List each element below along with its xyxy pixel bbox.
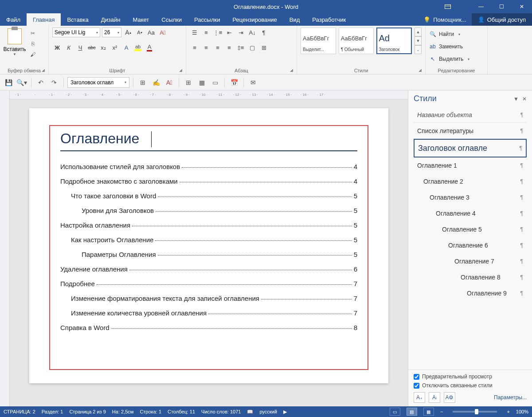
qat-button-9[interactable]: 📅 xyxy=(228,77,240,88)
redo-button[interactable]: ↷ xyxy=(48,77,60,88)
bold-button[interactable]: Ж xyxy=(52,43,62,52)
tab-ссылки[interactable]: Ссылки xyxy=(155,13,188,26)
highlight-button[interactable]: ab xyxy=(133,43,143,52)
tab-вид[interactable]: Вид xyxy=(283,13,306,26)
toc-entry[interactable]: Что такое заголовки в Word 5 xyxy=(60,192,357,200)
qat-button-2[interactable]: 🔍▾ xyxy=(16,77,27,88)
borders-button[interactable]: ⊞ xyxy=(259,43,269,52)
status-section[interactable]: Раздел: 1 xyxy=(42,409,63,414)
clear-formatting-button[interactable]: A⃠ xyxy=(158,28,168,37)
qat-button-5[interactable]: A⃠ xyxy=(164,77,175,88)
style-list-item[interactable]: Список литературы¶ xyxy=(414,123,527,139)
style-list-item[interactable]: Оглавление 6¶ xyxy=(414,237,527,253)
preview-checkbox[interactable]: Предварительный просмотр xyxy=(414,374,527,380)
status-proofing-icon[interactable]: 📖 xyxy=(247,409,253,415)
maximize-button[interactable]: ☐ xyxy=(491,0,512,13)
toc-entry[interactable]: Изменение форматирования текста для запи… xyxy=(60,295,357,302)
toc-entry[interactable]: Уровни для Заголовков 5 xyxy=(60,207,357,214)
status-pages[interactable]: Страница 2 из 9 xyxy=(69,409,106,414)
style-list-item[interactable]: Заголовок оглавле¶ xyxy=(414,139,527,157)
font-size-dropdown[interactable]: 26▾ xyxy=(102,28,121,37)
qat-button-4[interactable]: ✍ xyxy=(150,77,162,88)
shrink-font-button[interactable]: A▾ xyxy=(135,28,145,37)
change-case-button[interactable]: Aa xyxy=(146,28,156,37)
style-list-item[interactable]: Оглавление 3¶ xyxy=(414,189,527,205)
toc-entry[interactable]: Справка в Word 8 xyxy=(60,324,357,331)
status-lang[interactable]: русский xyxy=(259,409,277,414)
new-style-button[interactable]: A₊ xyxy=(414,392,425,403)
minimize-button[interactable]: — xyxy=(471,0,491,13)
toc-entry[interactable]: Подробнее 7 xyxy=(60,280,357,287)
style-dropdown[interactable]: Заголовок оглавл▾ xyxy=(67,77,129,88)
show-marks-button[interactable]: ¶ xyxy=(259,28,269,37)
style-list-item[interactable]: Название объекта¶ xyxy=(414,107,527,123)
style-list-item[interactable]: Оглавление 5¶ xyxy=(414,221,527,237)
print-layout-button[interactable]: ▤ xyxy=(407,408,417,416)
subscript-button[interactable]: x₂ xyxy=(98,43,108,52)
paste-button[interactable]: Вставить ▼ xyxy=(4,28,26,56)
close-button[interactable]: ✕ xyxy=(512,0,532,13)
format-painter-button[interactable]: 🖌 xyxy=(28,51,37,59)
qat-button-7[interactable]: ▦ xyxy=(196,77,207,88)
styles-down-icon[interactable]: ▼ xyxy=(415,36,422,45)
style-list-item[interactable]: Оглавление 4¶ xyxy=(414,205,527,221)
style-list-item[interactable]: Оглавление 1¶ xyxy=(414,157,527,173)
font-launcher-icon[interactable]: ◢ xyxy=(179,68,182,72)
style-list-item[interactable]: Оглавление 7¶ xyxy=(414,253,527,269)
italic-button[interactable]: К xyxy=(64,43,74,52)
line-spacing-button[interactable]: ‡≡ xyxy=(236,43,246,52)
toc-heading[interactable]: Оглавление xyxy=(60,130,357,151)
save-button[interactable]: 💾 xyxy=(3,77,14,88)
align-center-button[interactable]: ≡ xyxy=(201,43,211,52)
style-list-item[interactable]: Оглавление 2¶ xyxy=(414,173,527,189)
style-gallery-item[interactable]: АаБбВвГг¶ Обычный xyxy=(339,28,374,54)
paragraph-launcher-icon[interactable]: ◢ xyxy=(290,68,293,72)
select-button[interactable]: ↖Выделить▾ xyxy=(429,54,469,64)
vertical-ruler[interactable] xyxy=(0,90,10,406)
qat-button-8[interactable]: ▭ xyxy=(209,77,221,88)
styles-up-icon[interactable]: ▲ xyxy=(415,28,422,36)
tab-разработчик[interactable]: Разработчик xyxy=(306,13,352,26)
styles-list[interactable]: Название объекта¶Список литературы¶Загол… xyxy=(408,107,532,370)
copy-button[interactable]: ⎘ xyxy=(28,40,37,48)
tab-рассылки[interactable]: Рассылки xyxy=(188,13,226,26)
zoom-out-button[interactable]: − xyxy=(440,409,443,414)
underline-button[interactable]: Ч xyxy=(75,43,85,52)
qat-button-3[interactable]: ⊞ xyxy=(137,77,149,88)
page-scroll[interactable]: Оглавление Использование стилей для заго… xyxy=(10,99,408,406)
undo-button[interactable]: ↶ xyxy=(35,77,47,88)
replace-button[interactable]: abЗаменить xyxy=(429,42,463,51)
tab-вставка[interactable]: Вставка xyxy=(61,13,94,26)
increase-indent-button[interactable]: ⇥ xyxy=(236,28,246,37)
justify-button[interactable]: ≡ xyxy=(224,43,234,52)
zoom-slider[interactable] xyxy=(453,411,497,413)
numbering-button[interactable]: ≡ xyxy=(201,28,211,37)
styles-pane-dropdown-icon[interactable]: ▼ xyxy=(513,96,519,102)
status-col[interactable]: Столбец: 11 xyxy=(168,409,195,414)
toc-entry[interactable]: Настройка оглавления 5 xyxy=(60,221,357,229)
align-left-button[interactable]: ≡ xyxy=(190,43,200,52)
bullets-button[interactable]: ☰ xyxy=(190,28,200,37)
style-gallery-item[interactable]: АаБбВвГгВыделит... xyxy=(301,28,336,54)
style-inspector-button[interactable]: Aᵢ xyxy=(429,392,440,403)
toc-entry[interactable]: Удаление оглавления 6 xyxy=(60,265,357,273)
styles-more-icon[interactable]: ⌄ xyxy=(415,45,422,54)
multilevel-button[interactable]: ⋮≡ xyxy=(213,28,223,37)
horizontal-ruler[interactable]: · 1 ··· 1 ·· 2 ·· 3 ·· 4 ·· 5 ·· 6 ·· 7 … xyxy=(10,90,408,99)
disable-linked-checkbox[interactable]: Отключить связанные стили xyxy=(414,382,527,389)
tab-главная[interactable]: Главная xyxy=(27,13,61,26)
decrease-indent-button[interactable]: ⇤ xyxy=(224,28,234,37)
zoom-value[interactable]: 100% xyxy=(516,409,528,414)
tab-файл[interactable]: Файл xyxy=(0,13,27,26)
style-list-item[interactable]: Оглавление 8¶ xyxy=(414,269,527,285)
font-color-button[interactable]: A xyxy=(145,43,154,52)
styles-options-link[interactable]: Параметры... xyxy=(494,394,527,401)
cut-button[interactable]: ✂ xyxy=(28,29,37,37)
toc-entry[interactable]: Как настроить Оглавление 5 xyxy=(60,236,357,244)
tell-me-input[interactable]: 💡Помощник... xyxy=(418,13,471,26)
qat-button-6[interactable]: ⊞ xyxy=(183,77,194,88)
toc-entry[interactable]: Использование стилей для заголовков 4 xyxy=(60,163,357,170)
tab-рецензирование[interactable]: Рецензирование xyxy=(226,13,283,26)
status-record-icon[interactable]: ▶ xyxy=(283,409,287,415)
toc-entry[interactable]: Изменение количества уровней оглавления … xyxy=(60,309,357,317)
